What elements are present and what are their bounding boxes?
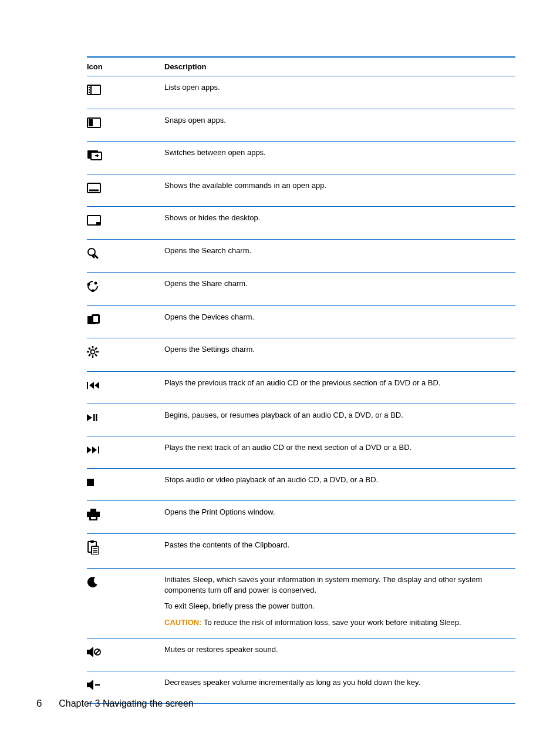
icon-cell <box>87 534 164 569</box>
icon-cell <box>87 436 164 468</box>
description-cell: Shows or hides the desktop. <box>164 207 515 240</box>
list-apps-icon <box>87 82 101 98</box>
table-row: Plays the next track of an audio CD or t… <box>87 436 515 468</box>
description-cell: Shows the available commands in an open … <box>164 174 515 207</box>
description-text: Begins, pauses, or resumes playback of a… <box>164 410 512 421</box>
description-text: CAUTION: To reduce the risk of informati… <box>164 617 512 628</box>
icon-cell <box>87 639 164 671</box>
svg-rect-37 <box>96 414 97 421</box>
svg-line-28 <box>89 348 90 350</box>
icon-cell <box>87 207 164 240</box>
table-row: Pastes the contents of the Clipboard. <box>87 534 515 569</box>
description-text: Plays the previous track of an audio CD … <box>164 378 512 388</box>
table-row: Stops audio or video playback of an audi… <box>87 468 515 500</box>
table-row: Begins, pauses, or resumes playback of a… <box>87 404 515 436</box>
table-row: Initiates Sleep, which saves your inform… <box>87 569 515 639</box>
page-number: 6 <box>36 698 42 710</box>
next-track-icon <box>87 442 100 458</box>
description-cell: Opens the Share charm. <box>164 273 515 306</box>
table-row: Snaps open apps. <box>87 109 515 142</box>
svg-marker-34 <box>95 382 99 389</box>
settings-icon <box>87 344 99 359</box>
description-cell: Decreases speaker volume incrementally a… <box>164 671 515 704</box>
description-text: Snaps open apps. <box>164 115 512 126</box>
svg-point-16 <box>95 282 97 285</box>
svg-line-30 <box>89 354 90 356</box>
table-row: Opens the Search charm. <box>87 239 515 273</box>
description-cell: Lists open apps. <box>164 76 515 109</box>
share-icon <box>87 278 99 294</box>
snap-apps-icon <box>87 115 101 130</box>
svg-point-18 <box>87 283 90 286</box>
description-cell: Begins, pauses, or resumes playback of a… <box>164 404 515 436</box>
table-row: Lists open apps. <box>87 76 515 109</box>
svg-rect-41 <box>87 479 94 486</box>
svg-line-29 <box>95 354 97 356</box>
icon-cell <box>87 468 164 500</box>
show-desktop-icon <box>87 213 101 228</box>
svg-rect-42 <box>90 509 96 512</box>
table-row: Switches between open apps. <box>87 142 515 174</box>
chapter-title: Chapter 3 Navigating the screen <box>59 698 193 708</box>
svg-rect-22 <box>93 316 98 322</box>
description-text: Opens the Search charm. <box>164 246 512 256</box>
print-icon <box>87 507 100 522</box>
description-text: Lists open apps. <box>164 82 512 93</box>
svg-marker-38 <box>87 446 92 453</box>
icon-cell <box>87 305 164 338</box>
description-text: Initiates Sleep, which saves your inform… <box>164 574 512 595</box>
description-cell: Plays the next track of an audio CD or t… <box>164 436 515 468</box>
table-row: Mutes or restores speaker sound. <box>87 639 515 671</box>
description-cell: Pastes the contents of the Clipboard. <box>164 534 515 569</box>
description-text: Stops audio or video playback of an audi… <box>164 475 512 485</box>
svg-marker-39 <box>92 446 97 453</box>
description-cell: Stops audio or video playback of an audi… <box>164 468 515 500</box>
caution-label: CAUTION: <box>164 618 202 627</box>
description-cell: Opens the Search charm. <box>164 239 515 273</box>
stop-icon <box>87 475 94 490</box>
icon-cell <box>87 500 164 534</box>
svg-point-23 <box>91 350 95 354</box>
description-text: Switches between open apps. <box>164 147 512 158</box>
icon-cell <box>87 273 164 306</box>
description-text: Shows or hides the desktop. <box>164 213 512 223</box>
description-cell: Switches between open apps. <box>164 142 515 174</box>
header-description: Description <box>164 57 515 76</box>
caution-text: To reduce the risk of information loss, … <box>204 618 461 627</box>
description-text: Mutes or restores speaker sound. <box>164 644 512 655</box>
table-row: Shows the available commands in an open … <box>87 174 515 207</box>
icon-description-table: Icon Description Lists open apps.Snaps o… <box>87 56 515 704</box>
svg-rect-9 <box>87 183 100 193</box>
icon-cell <box>87 239 164 273</box>
description-text: Opens the Settings charm. <box>164 344 512 355</box>
sleep-icon <box>87 574 99 590</box>
description-text: Opens the Print Options window. <box>164 507 512 518</box>
page-footer: 6 Chapter 3 Navigating the screen <box>36 698 194 710</box>
svg-marker-53 <box>87 647 93 657</box>
icon-cell <box>87 142 164 174</box>
svg-rect-6 <box>89 119 93 126</box>
icon-cell <box>87 569 164 639</box>
table-row: Opens the Devices charm. <box>87 305 515 338</box>
description-cell: Initiates Sleep, which saves your inform… <box>164 569 515 639</box>
table-row: Shows or hides the desktop. <box>87 207 515 240</box>
play-pause-icon <box>87 410 97 425</box>
svg-marker-33 <box>89 382 94 389</box>
switch-apps-icon <box>87 147 103 163</box>
description-cell: Opens the Devices charm. <box>164 305 515 338</box>
description-cell: Plays the previous track of an audio CD … <box>164 371 515 404</box>
svg-marker-35 <box>87 414 92 421</box>
svg-rect-48 <box>90 540 94 543</box>
previous-track-icon <box>87 378 100 393</box>
app-commands-icon <box>87 180 101 196</box>
icon-cell <box>87 338 164 372</box>
paste-icon <box>87 540 99 555</box>
volume-down-icon <box>87 677 101 693</box>
description-text: To exit Sleep, briefly press the power b… <box>164 601 512 611</box>
svg-rect-12 <box>96 222 100 224</box>
table-row: Opens the Settings charm. <box>87 338 515 372</box>
description-text: Opens the Share charm. <box>164 278 512 289</box>
description-cell: Opens the Settings charm. <box>164 338 515 372</box>
description-text: Decreases speaker volume incrementally a… <box>164 677 512 688</box>
svg-rect-40 <box>98 446 99 453</box>
